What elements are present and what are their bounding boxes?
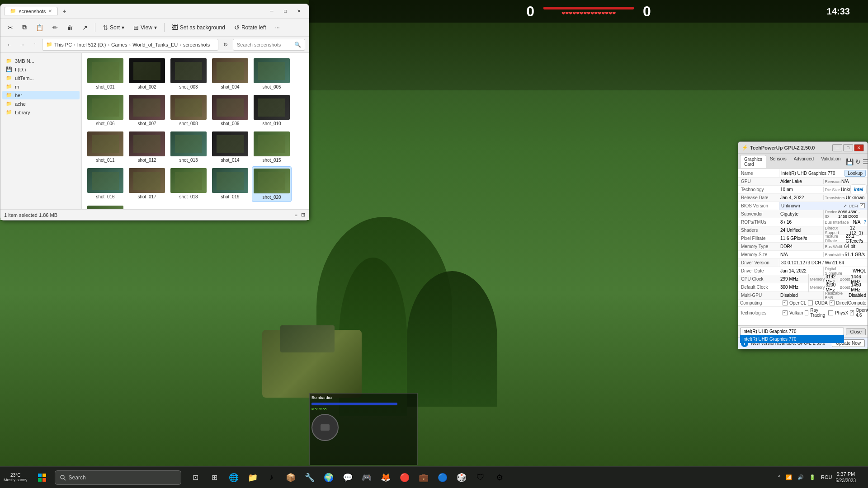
file-item[interactable]: shot_015 <box>252 130 292 164</box>
physx-checkbox[interactable] <box>828 310 833 315</box>
taskbar-icon-app1[interactable]: 🔧 <box>301 467 319 488</box>
directcompute-checkbox[interactable] <box>830 300 835 305</box>
list-view-icon[interactable]: ≡ <box>295 212 297 218</box>
file-item[interactable]: shot_004 <box>210 56 250 91</box>
explorer-tab-close[interactable]: ✕ <box>48 9 52 14</box>
taskbar-icon-taskview[interactable]: ⊡ <box>187 467 205 488</box>
taskbar-icon-spotify[interactable]: ♪ <box>263 467 281 488</box>
opengl-checkbox[interactable] <box>850 310 854 315</box>
back-button[interactable]: ← <box>4 39 15 50</box>
more-button[interactable]: ··· <box>272 23 283 33</box>
taskbar-icon-app6[interactable]: ⚙ <box>491 467 509 488</box>
file-item[interactable]: shot_011 <box>85 130 125 164</box>
file-item[interactable]: shot_002 <box>127 56 167 91</box>
bus-help[interactable]: ? <box>863 220 866 225</box>
taskbar-icon-chrome[interactable]: 🌍 <box>320 467 338 488</box>
rename-button[interactable]: ✏ <box>49 22 61 33</box>
lookup-button[interactable]: Lookup <box>844 170 866 177</box>
taskbar-icon-edge[interactable]: 🌐 <box>225 467 243 488</box>
taskbar-icon-7zip[interactable]: 📦 <box>282 467 300 488</box>
taskbar-search[interactable]: Search <box>55 470 181 485</box>
tab-sensors[interactable]: Sensors <box>766 155 790 168</box>
tray-clock[interactable]: 6:37 PM 5/23/2023 <box>836 471 856 484</box>
paste-button[interactable]: 📋 <box>32 22 47 33</box>
file-item[interactable]: shot_008 <box>169 93 208 128</box>
view-button[interactable]: ⊞ View ▾ <box>130 22 160 33</box>
minimize-button[interactable]: ─ <box>265 7 278 16</box>
sidebar-item-6[interactable]: 📁 ache <box>2 99 80 108</box>
up-button[interactable]: ↑ <box>29 39 40 50</box>
tab-graphics-card[interactable]: Graphics Card <box>740 155 766 168</box>
file-item[interactable]: shot_018 <box>169 166 208 202</box>
taskbar-icon-app2[interactable]: 🔴 <box>396 467 414 488</box>
sidebar-item-7[interactable]: 📁 Library <box>2 108 80 117</box>
share-button[interactable]: ↗ <box>79 22 91 33</box>
gpuz-close-button[interactable]: Close <box>846 328 866 335</box>
raytracing-checkbox[interactable] <box>805 310 808 315</box>
taskbar-icon-app5[interactable]: 🛡 <box>472 467 490 488</box>
tray-expand[interactable]: ^ <box>776 474 782 480</box>
address-path[interactable]: 📁 This PC › Intel 512 (D:) › Games › Wor… <box>42 39 218 51</box>
explorer-tab[interactable]: 📁 screenshots ✕ <box>4 7 58 15</box>
search-box[interactable]: 🔍 <box>233 39 305 51</box>
taskbar-icon-game[interactable]: 🎮 <box>358 467 376 488</box>
gpu-dropdown-option-selected[interactable]: Intel(R) UHD Graphics 770 <box>741 336 844 343</box>
file-item[interactable]: shot_016 <box>85 166 125 202</box>
tray-network[interactable]: 📶 <box>784 474 794 480</box>
set-background-button[interactable]: 🖼 Set as background <box>168 22 229 33</box>
file-item[interactable]: shot_012 <box>127 130 167 164</box>
gpuz-refresh-icon[interactable]: ↻ <box>855 158 861 165</box>
file-item[interactable]: shot_005 <box>252 56 292 91</box>
sort-button[interactable]: ⇅ Sort ▾ <box>99 22 128 33</box>
file-item[interactable]: shot_019 <box>210 166 250 202</box>
tab-advanced[interactable]: Advanced <box>790 155 817 168</box>
sidebar-item-2[interactable]: 💾 I (D:) <box>2 65 80 74</box>
taskbar-icon-app4[interactable]: 🔵 <box>434 467 452 488</box>
sidebar-item-5[interactable]: 📁 her <box>2 91 80 99</box>
delete-button[interactable]: 🗑 <box>63 22 77 33</box>
file-item[interactable]: shot_007 <box>127 93 167 128</box>
cuda-checkbox[interactable] <box>808 300 813 305</box>
start-button[interactable] <box>31 467 53 488</box>
grid-view-icon[interactable]: ⊞ <box>301 212 305 218</box>
share-icon[interactable]: ↗ <box>843 203 847 208</box>
taskbar-icon-steam[interactable]: 🎲 <box>453 467 471 488</box>
file-item[interactable]: shot_017 <box>127 166 167 202</box>
uefi-checkbox[interactable] <box>860 203 865 208</box>
tray-sound[interactable]: 🔊 <box>796 474 806 480</box>
file-item[interactable]: shot_021 <box>85 204 125 209</box>
tab-validation[interactable]: Validation <box>817 155 844 168</box>
taskbar-icon-browser2[interactable]: 🦊 <box>377 467 395 488</box>
taskbar-icon-discord[interactable]: 💬 <box>339 467 357 488</box>
gpu-select[interactable]: Intel(R) UHD Graphics 770 <box>740 328 844 335</box>
add-tab-button[interactable]: + <box>60 7 69 16</box>
sidebar-item-1[interactable]: 📁 3MB N... <box>2 56 80 65</box>
file-item[interactable]: shot_013 <box>169 130 208 164</box>
file-item[interactable]: shot_009 <box>210 93 250 128</box>
copy-button[interactable]: ⧉ <box>19 22 30 33</box>
file-item[interactable]: shot_003 <box>169 56 208 91</box>
gpuz-maximize[interactable]: □ <box>843 144 853 151</box>
file-item[interactable]: shot_020 <box>252 166 292 202</box>
sidebar-item-4[interactable]: 📁 m <box>2 82 80 91</box>
close-button[interactable]: ✕ <box>292 7 305 16</box>
taskbar-icon-explorer[interactable]: 📁 <box>244 467 262 488</box>
gpuz-menu-icon[interactable]: ☰ <box>863 158 868 165</box>
search-input[interactable] <box>237 42 292 47</box>
rotate-button[interactable]: ↺ Rotate left <box>231 22 270 33</box>
taskbar-icon-app3[interactable]: 💼 <box>415 467 433 488</box>
file-item[interactable]: shot_001 <box>85 56 125 91</box>
tray-battery[interactable]: 🔋 <box>807 474 817 480</box>
forward-button[interactable]: → <box>17 39 28 50</box>
maximize-button[interactable]: □ <box>279 7 292 16</box>
opencl-checkbox[interactable] <box>783 300 788 305</box>
gpuz-close[interactable]: ✕ <box>854 144 864 151</box>
vulkan-checkbox[interactable] <box>783 310 788 315</box>
gpuz-save-icon[interactable]: 💾 <box>846 158 854 165</box>
gpuz-minimize[interactable]: ─ <box>832 144 842 151</box>
refresh-button[interactable]: ↻ <box>220 39 231 50</box>
file-item[interactable]: shot_010 <box>252 93 292 128</box>
taskbar-icon-widgets[interactable]: ⊞ <box>206 467 224 488</box>
file-item[interactable]: shot_006 <box>85 93 125 128</box>
cut-button[interactable]: ✂ <box>4 22 17 33</box>
